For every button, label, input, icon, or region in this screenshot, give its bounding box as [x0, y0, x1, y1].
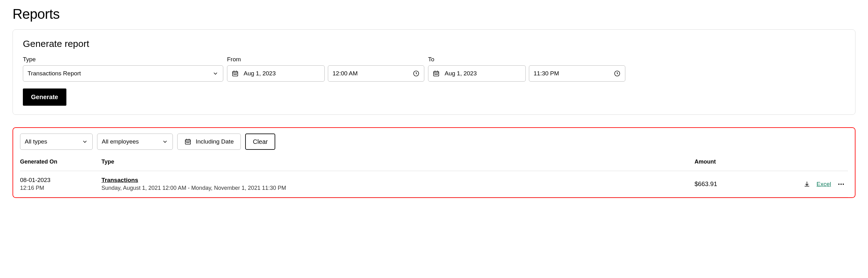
from-date-input[interactable]: Aug 1, 2023	[227, 65, 325, 82]
table-header: Generated On Type Amount	[20, 159, 848, 171]
generate-button[interactable]: Generate	[23, 89, 66, 106]
svg-point-13	[436, 74, 436, 74]
svg-point-4	[234, 74, 234, 74]
from-date-value: Aug 1, 2023	[244, 70, 320, 77]
reports-table: Generated On Type Amount 08-01-2023 12:1…	[20, 159, 848, 197]
results-card: All types All employees Including Date C…	[12, 127, 856, 198]
to-label: To	[428, 56, 625, 63]
col-header-type: Type	[101, 159, 694, 165]
svg-point-21	[188, 142, 188, 143]
col-header-amount: Amount	[694, 159, 776, 165]
form-row: Type Transactions Report From Aug 1, 202…	[23, 56, 845, 82]
filter-employee-value: All employees	[102, 138, 143, 145]
svg-point-12	[435, 74, 435, 74]
svg-point-20	[187, 142, 187, 143]
card-title: Generate report	[23, 38, 845, 49]
col-header-generated-on: Generated On	[20, 159, 101, 165]
svg-point-22	[189, 142, 189, 143]
table-row: 08-01-2023 12:16 PM Transactions Sunday,…	[20, 171, 848, 197]
svg-point-6	[236, 74, 237, 74]
svg-point-23	[838, 183, 839, 185]
to-date-value: Aug 1, 2023	[445, 70, 521, 77]
calendar-icon	[184, 138, 191, 145]
row-type-link[interactable]: Transactions	[101, 177, 138, 183]
more-icon[interactable]	[837, 180, 845, 188]
cell-generated: 08-01-2023 12:16 PM	[20, 177, 101, 192]
svg-point-24	[840, 183, 842, 185]
to-group: To Aug 1, 2023 11:30 PM	[428, 56, 625, 82]
type-select[interactable]: Transactions Report	[23, 65, 223, 82]
row-time: 12:16 PM	[20, 185, 101, 192]
including-date-button[interactable]: Including Date	[177, 134, 241, 150]
type-group: Type Transactions Report	[23, 56, 223, 82]
filter-employee-select[interactable]: All employees	[97, 134, 173, 150]
calendar-icon	[433, 70, 440, 77]
chevron-down-icon	[162, 139, 168, 145]
svg-point-14	[437, 74, 437, 74]
including-date-label: Including Date	[196, 138, 234, 145]
clock-icon	[413, 70, 420, 77]
clear-button[interactable]: Clear	[245, 134, 275, 150]
svg-point-25	[843, 183, 844, 185]
cell-type: Transactions Sunday, August 1, 2021 12:0…	[101, 177, 694, 192]
row-type-range: Sunday, August 1, 2021 12:00 AM - Monday…	[101, 185, 694, 192]
row-amount: $663.91	[694, 180, 717, 187]
filter-type-select[interactable]: All types	[20, 134, 93, 150]
page-title: Reports	[12, 6, 856, 22]
svg-rect-8	[434, 72, 439, 76]
calendar-icon	[232, 70, 239, 77]
chevron-down-icon	[82, 139, 88, 145]
to-date-input[interactable]: Aug 1, 2023	[428, 65, 526, 82]
type-value: Transactions Report	[28, 70, 81, 77]
svg-point-5	[235, 74, 235, 74]
filter-bar: All types All employees Including Date C…	[20, 134, 848, 150]
generate-report-card: Generate report Type Transactions Report…	[12, 29, 856, 115]
filter-type-value: All types	[25, 138, 63, 145]
chevron-down-icon	[212, 70, 219, 77]
to-time-input[interactable]: 11:30 PM	[529, 65, 625, 82]
download-icon[interactable]	[804, 181, 810, 187]
type-label: Type	[23, 56, 223, 63]
cell-actions: Excel	[776, 180, 848, 188]
to-time-value: 11:30 PM	[534, 70, 614, 77]
svg-rect-16	[185, 140, 191, 144]
row-date: 08-01-2023	[20, 177, 101, 183]
cell-amount: $663.91	[694, 180, 776, 187]
col-header-actions	[776, 159, 848, 165]
excel-link[interactable]: Excel	[817, 181, 831, 187]
from-label: From	[227, 56, 424, 63]
svg-rect-0	[232, 72, 238, 76]
clock-icon	[614, 70, 621, 77]
from-time-value: 12:00 AM	[333, 70, 413, 77]
from-group: From Aug 1, 2023 12:00 AM	[227, 56, 424, 82]
from-time-input[interactable]: 12:00 AM	[328, 65, 424, 82]
